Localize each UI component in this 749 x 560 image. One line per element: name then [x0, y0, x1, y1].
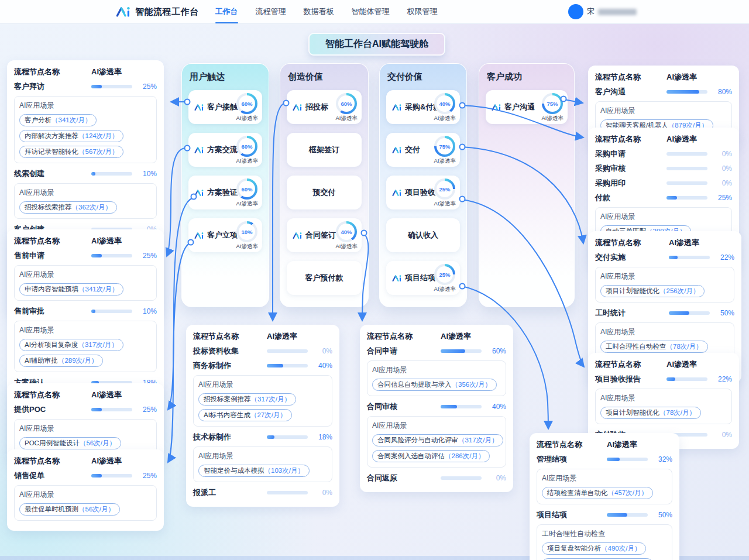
flow-node[interactable]: 预交付: [287, 176, 362, 209]
flow-node[interactable]: 确认收入: [386, 218, 460, 252]
ai-scene-chip[interactable]: 结项检查清单自动化（457次/月）: [542, 487, 653, 499]
flow-node-name: 方案验证: [207, 187, 238, 198]
flow-node[interactable]: 项目结项 25% AI渗透率: [386, 261, 460, 295]
process-row: 采购审核 0%: [595, 163, 732, 174]
user-menu[interactable]: 宋: [568, 0, 637, 23]
ai-scene-label: AI应用场景: [198, 380, 327, 390]
penetration-donut-label: AI渗透率: [236, 157, 258, 165]
process-row: 采购申请 0%: [595, 149, 732, 159]
penetration-percent: 25%: [137, 406, 157, 414]
ai-scene-chips: 结项检查清单自动化（457次/月）: [542, 487, 667, 499]
penetration-percent: 50%: [652, 511, 672, 519]
detail-card-rows: 项目验收报告 22% AI应用场景 项目计划智能优化（78次/月） 交付验收 0…: [595, 374, 732, 440]
flow-node-name: 客户预付款: [305, 273, 343, 283]
flow-node[interactable]: 客户预付款: [287, 261, 362, 295]
ai-scene-chip[interactable]: AI辅助审批（289次/月）: [19, 355, 103, 367]
ai-scene-chip[interactable]: 智能定价与成本模拟（103次/月）: [198, 465, 310, 477]
flow-node[interactable]: 客户接触 60% AI渗透率: [188, 90, 262, 124]
penetration-bar: [666, 181, 707, 185]
penetration-bar: [91, 310, 132, 313]
penetration-donut-label: AI渗透率: [434, 157, 456, 165]
ai-scene-chips: 智能定价与成本模拟（103次/月）: [198, 465, 327, 477]
flow-node[interactable]: 客户沟通 75% AI渗透率: [486, 90, 568, 124]
col-node-name: 流程节点名称: [14, 67, 91, 77]
process-name: 售前申请: [14, 250, 91, 261]
nav-item[interactable]: 工作台: [214, 0, 239, 23]
col-ai-rate: AI渗透率: [666, 359, 732, 370]
penetration-donut: 60%: [236, 136, 257, 157]
ai-scene-chip[interactable]: 项目复盘智能分析（490次/月）: [542, 542, 646, 555]
stage-column: 客户成功 客户沟通 75% AI渗透率: [479, 63, 575, 307]
col-ai-rate: AI渗透率: [669, 238, 734, 248]
ai-scene-chip[interactable]: 招投标案例推荐（317次/月）: [198, 393, 296, 406]
flow-node[interactable]: 框架签订: [287, 133, 362, 167]
ai-scene-chip[interactable]: 招投标线索推荐（362次/月）: [19, 201, 117, 214]
flow-node[interactable]: 客户立项 10% AI渗透率: [188, 218, 262, 252]
penetration-donut-value: 40%: [336, 221, 357, 242]
process-name: 报派工: [193, 487, 267, 498]
process-name: 投标资料收集: [193, 346, 267, 356]
ai-scene-chip[interactable]: AI标书内容生成（27次/月）: [198, 409, 292, 421]
flow-node-label: 方案交流: [194, 145, 238, 155]
app-title: 智能流程工作台: [135, 6, 199, 18]
ai-scene-box: AI应用场景 项目计划智能优化（78次/月）: [595, 389, 732, 424]
ai-scene-chip[interactable]: 工时合理性自动检查（78次/月）: [600, 341, 708, 353]
detail-card-header: 流程节点名称 AI渗透率: [193, 331, 332, 342]
nav-item[interactable]: 数据看板: [303, 0, 335, 23]
ai-scene-chip[interactable]: 项目计划智能优化（256次/月）: [600, 285, 705, 297]
flow-node-name: 客户沟通: [504, 102, 535, 112]
process-name: 商务标制作: [193, 360, 267, 371]
ai-scene-chip[interactable]: POC用例智能设计（56次/月）: [19, 437, 121, 449]
flow-node[interactable]: 采购&付款 40% AI渗透率: [386, 90, 460, 124]
penetration-donut-value: 60%: [236, 178, 257, 200]
ai-scene-chip[interactable]: 内部解决方案推荐（124次/月）: [19, 130, 123, 142]
process-name: 项目验收报告: [595, 374, 666, 384]
flow-node[interactable]: 合同签订 40% AI渗透率: [287, 218, 362, 252]
ai-scene-chip[interactable]: AI分析项目复杂度（317次/月）: [19, 339, 123, 351]
col-ai-rate: AI渗透率: [441, 331, 506, 342]
process-row: 投标资料收集 0%: [193, 346, 332, 356]
ai-scene-chip[interactable]: 合同案例入选自动评估（286次/月）: [372, 450, 490, 462]
ai-scene-chips: AI分析项目复杂度（317次/月）AI辅助审批（289次/月）: [19, 339, 152, 367]
flow-node[interactable]: 方案交流 60% AI渗透率: [188, 133, 262, 167]
process-name: 工时统计: [595, 308, 669, 318]
penetration-donut: 75%: [542, 93, 563, 114]
flow-node[interactable]: 方案验证 60% AI渗透率: [188, 176, 262, 209]
nav-item[interactable]: 流程管理: [255, 0, 287, 23]
ai-scene-chip[interactable]: 拜访记录智能转化（567次/月）: [19, 146, 123, 158]
penetration-donut: 40%: [336, 221, 357, 242]
flow-node[interactable]: 招投标 60% AI渗透率: [287, 90, 362, 124]
penetration-percent: 50%: [714, 309, 734, 317]
flow-node-label: 合同签订: [293, 230, 336, 241]
flow-node[interactable]: 交付 75% AI渗透率: [386, 133, 460, 167]
stage-nodes: 采购&付款 40% AI渗透率 交付 75% AI渗透率 项目验收 25% AI…: [386, 90, 460, 295]
col-node-name: 流程节点名称: [14, 390, 91, 400]
ai-scene-chip[interactable]: 客户分析（341次/月）: [19, 114, 97, 126]
avatar[interactable]: [568, 4, 583, 19]
ai-scene-chip[interactable]: 申请内容智能预填（341次/月）: [19, 283, 123, 296]
flow-node-label: 项目结项: [392, 273, 435, 283]
penetration-donut-value: 60%: [336, 93, 357, 114]
ai-scene-chip[interactable]: 合同风险评分与自动化评审（317次/月）: [372, 434, 503, 446]
ai-scene-label: 工时合理性自动检查: [542, 529, 667, 539]
ai-scene-label: AI应用场景: [600, 393, 727, 403]
process-row: 项目验收报告 22%: [595, 374, 732, 384]
detail-card-rows: 投标资料收集 0% 商务标制作 40% AI应用场景 招投标案例推荐（317次/…: [193, 346, 332, 498]
flow-node-name: 项目验收: [405, 187, 435, 198]
nav-item[interactable]: 权限管理: [406, 0, 439, 23]
ai-scene-label: AI应用场景: [19, 188, 152, 198]
ai-scene-chips: 招投标线索推荐（362次/月）: [19, 201, 152, 214]
flow-node[interactable]: 项目验收 25% AI渗透率: [386, 176, 460, 209]
process-row: 技术标制作 18%: [193, 432, 332, 442]
nav-item[interactable]: 智能体管理: [351, 0, 391, 23]
penetration-donut-label: AI渗透率: [434, 286, 456, 293]
ai-scene-chip[interactable]: 最佳促单时机预测（56次/月）: [19, 503, 120, 516]
penetration-donut: 75%: [434, 136, 455, 157]
ai-scene-box: AI应用场景 招投标线索推荐（362次/月）: [14, 183, 157, 219]
ai-scene-chips: 工时合理性自动检查（78次/月）: [600, 341, 729, 353]
process-row: 交付实施 22%: [595, 252, 734, 263]
ai-scene-chip[interactable]: 合同信息自动提取与录入（356次/月）: [372, 379, 497, 391]
ai-scene-chip[interactable]: 项目计划智能优化（78次/月）: [600, 407, 701, 419]
app-logo[interactable]: 智能流程工作台: [116, 6, 199, 18]
penetration-bar: [607, 513, 648, 517]
